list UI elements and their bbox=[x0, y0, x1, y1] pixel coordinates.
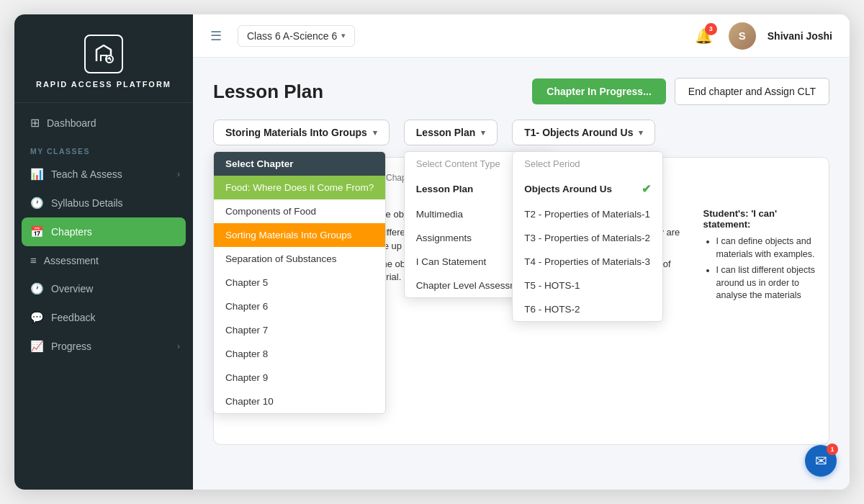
period-overlay: Select Period Objects Around Us ✔ T2 - P… bbox=[512, 151, 663, 322]
progress-icon: 📈 bbox=[30, 340, 44, 353]
dropdowns-container: Storing Materials Into Groups ▾ Select C… bbox=[213, 120, 829, 145]
assessment-icon: ≡ bbox=[30, 254, 37, 266]
sidebar: RAPID ACCESS PLATFORM ⊞ Dashboard MY CLA… bbox=[14, 14, 193, 490]
ican-title: Student's: 'I can' statement: bbox=[703, 208, 816, 230]
avatar: S bbox=[729, 22, 756, 50]
overview-icon: 🕐 bbox=[30, 282, 44, 295]
content-chevron-icon: ▾ bbox=[481, 128, 485, 138]
period-objects-around-us[interactable]: Objects Around Us ✔ bbox=[513, 176, 662, 202]
topbar: ☰ Class 6 A-Science 6 ▾ 🔔 3 S Shivani Jo… bbox=[193, 14, 850, 58]
period-dropdown-trigger[interactable]: T1- Objects Around Us ▾ bbox=[512, 120, 655, 145]
section-label: MY CLASSES bbox=[14, 137, 193, 160]
progress-chevron-icon: › bbox=[177, 341, 180, 351]
content-type-label: Lesson Plan bbox=[416, 127, 475, 138]
chapter-in-progress-button[interactable]: Chapter In Progress... bbox=[532, 78, 665, 104]
content-type-dropdown-trigger[interactable]: Lesson Plan ▾ bbox=[404, 120, 498, 145]
sidebar-item-feedback[interactable]: 💬 Feedback bbox=[14, 303, 193, 332]
ican-1: I can define objects and materials with … bbox=[716, 235, 816, 261]
chapter-item-6[interactable]: Chapter 6 bbox=[214, 294, 385, 318]
notification-bell[interactable]: 🔔 3 bbox=[691, 23, 717, 49]
ican-list: I can define objects and materials with … bbox=[703, 235, 816, 302]
sidebar-overview-label: Overview bbox=[51, 283, 93, 294]
sidebar-item-progress[interactable]: 📈 Progress › bbox=[14, 332, 193, 361]
chapter-dropdown-label: Storing Materials Into Groups bbox=[225, 127, 367, 138]
chat-fab[interactable]: ✉ 1 bbox=[805, 445, 837, 477]
end-chapter-button[interactable]: End chapter and Assign CLT bbox=[675, 78, 829, 105]
chapter-item-5[interactable]: Chapter 5 bbox=[214, 271, 385, 294]
username-label: Shivani Joshi bbox=[768, 30, 832, 42]
period-t4[interactable]: T4 - Properties of Materials-3 bbox=[513, 250, 662, 274]
class-select-dropdown[interactable]: Class 6 A-Science 6 ▾ bbox=[238, 25, 355, 47]
chapters-icon: 📅 bbox=[30, 225, 44, 238]
sidebar-item-syllabus[interactable]: 🕐 Syllabus Details bbox=[14, 189, 193, 217]
header-actions: Chapter In Progress... End chapter and A… bbox=[532, 78, 829, 105]
chat-badge: 1 bbox=[827, 444, 838, 455]
chapter-select-header: Select Chapter bbox=[214, 152, 385, 176]
chapter-item-8[interactable]: Chapter 8 bbox=[214, 342, 385, 366]
period-chevron-icon: ▾ bbox=[639, 128, 643, 138]
sidebar-syllabus-label: Syllabus Details bbox=[51, 197, 123, 209]
chapter-item-sorting[interactable]: Sorting Materials Into Groups bbox=[214, 223, 385, 247]
chapter-dropdown-wrapper: Storing Materials Into Groups ▾ Select C… bbox=[213, 120, 397, 145]
chevron-right-icon: › bbox=[177, 169, 180, 179]
dashboard-icon: ⊞ bbox=[30, 116, 40, 130]
page-title: Lesson Plan bbox=[213, 81, 323, 103]
sidebar-progress-label: Progress bbox=[51, 341, 91, 352]
dashboard-label: Dashboard bbox=[47, 117, 96, 129]
sidebar-item-chapters[interactable]: 📅 Chapters bbox=[22, 217, 186, 246]
class-chevron-icon: ▾ bbox=[341, 31, 346, 40]
objects-check-icon: ✔ bbox=[642, 182, 651, 196]
period-t2[interactable]: T2 - Properties of Materials-1 bbox=[513, 202, 662, 226]
content-type-dropdown-wrapper: Lesson Plan ▾ Select Content Type Lesson… bbox=[404, 120, 505, 145]
chapter-item-food[interactable]: Food: Where Does it Come From? bbox=[214, 176, 385, 199]
sidebar-logo: RAPID ACCESS PLATFORM bbox=[14, 14, 193, 103]
content-area: Lesson Plan Chapter In Progress... End c… bbox=[193, 58, 850, 490]
menu-icon[interactable]: ☰ bbox=[210, 28, 222, 44]
sidebar-item-overview[interactable]: 🕐 Overview bbox=[14, 274, 193, 303]
chapter-item-separation[interactable]: Separation of Substances bbox=[214, 247, 385, 271]
teach-assess-icon: 📊 bbox=[30, 168, 44, 181]
period-label: T1- Objects Around Us bbox=[524, 127, 633, 138]
period-t5[interactable]: T5 - HOTS-1 bbox=[513, 274, 662, 297]
sidebar-teach-assess-label: Teach & Assess bbox=[51, 168, 122, 180]
ican-2: I can list different objects around us i… bbox=[716, 264, 816, 302]
chapter-item-10[interactable]: Chapter 10 bbox=[214, 390, 385, 413]
logo-icon bbox=[84, 35, 123, 73]
app-name: RAPID ACCESS PLATFORM bbox=[36, 79, 171, 89]
period-dropdown-wrapper: T1- Objects Around Us ▾ Select Period Ob… bbox=[512, 120, 662, 145]
chat-icon: ✉ bbox=[815, 452, 827, 469]
sidebar-assessment-label: Assessment bbox=[44, 255, 99, 266]
sidebar-item-dashboard[interactable]: ⊞ Dashboard bbox=[14, 103, 193, 137]
chapter-item-components[interactable]: Components of Food bbox=[214, 199, 385, 223]
chapter-chevron-icon: ▾ bbox=[373, 128, 377, 138]
sidebar-feedback-label: Feedback bbox=[51, 312, 95, 323]
sidebar-item-teach-assess[interactable]: 📊 Teach & Assess › bbox=[14, 160, 193, 189]
ican-column: Student's: 'I can' statement: I can defi… bbox=[703, 208, 816, 306]
period-t6[interactable]: T6 - HOTS-2 bbox=[513, 297, 662, 321]
chapter-item-7[interactable]: Chapter 7 bbox=[214, 318, 385, 342]
period-header: Select Period bbox=[513, 152, 662, 176]
chapter-dropdown-trigger[interactable]: Storing Materials Into Groups ▾ bbox=[213, 120, 390, 145]
chapter-dropdown-overlay: Select Chapter Food: Where Does it Come … bbox=[213, 151, 386, 414]
page-header: Lesson Plan Chapter In Progress... End c… bbox=[213, 78, 829, 105]
notification-badge: 3 bbox=[705, 23, 717, 35]
sidebar-item-assessment[interactable]: ≡ Assessment bbox=[14, 246, 193, 274]
chapter-item-9[interactable]: Chapter 9 bbox=[214, 366, 385, 390]
main-area: ☰ Class 6 A-Science 6 ▾ 🔔 3 S Shivani Jo… bbox=[193, 14, 850, 490]
class-select-label: Class 6 A-Science 6 bbox=[247, 30, 337, 42]
sidebar-chapters-label: Chapters bbox=[51, 226, 92, 238]
syllabus-icon: 🕐 bbox=[30, 197, 44, 210]
feedback-icon: 💬 bbox=[30, 311, 44, 324]
period-t3[interactable]: T3 - Properties of Materials-2 bbox=[513, 226, 662, 250]
